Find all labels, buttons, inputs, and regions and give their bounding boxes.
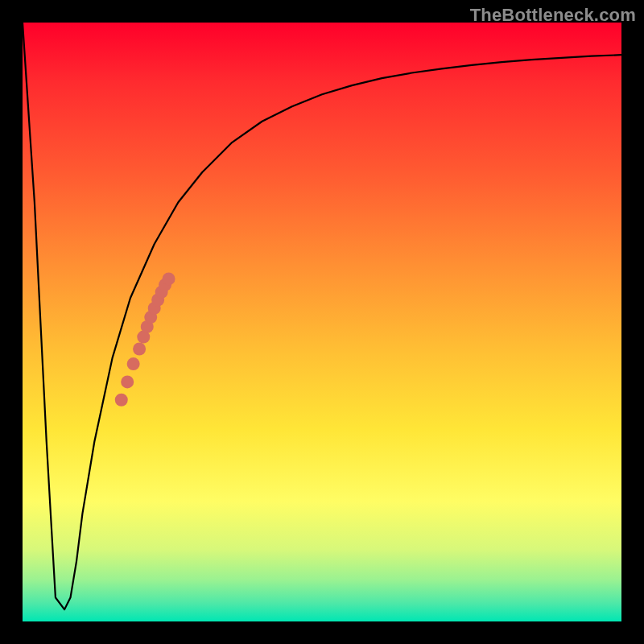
- chart-svg: [23, 23, 621, 621]
- chart-plot-area: [23, 23, 621, 621]
- highlight-dots-group: [115, 272, 175, 406]
- highlight-dot: [127, 357, 140, 370]
- bottleneck-curve: [23, 23, 621, 609]
- highlight-dot: [121, 375, 134, 388]
- chart-frame: TheBottleneck.com: [0, 0, 644, 644]
- highlight-dot: [133, 342, 146, 355]
- highlight-dot: [163, 272, 175, 285]
- highlight-dot: [115, 394, 128, 407]
